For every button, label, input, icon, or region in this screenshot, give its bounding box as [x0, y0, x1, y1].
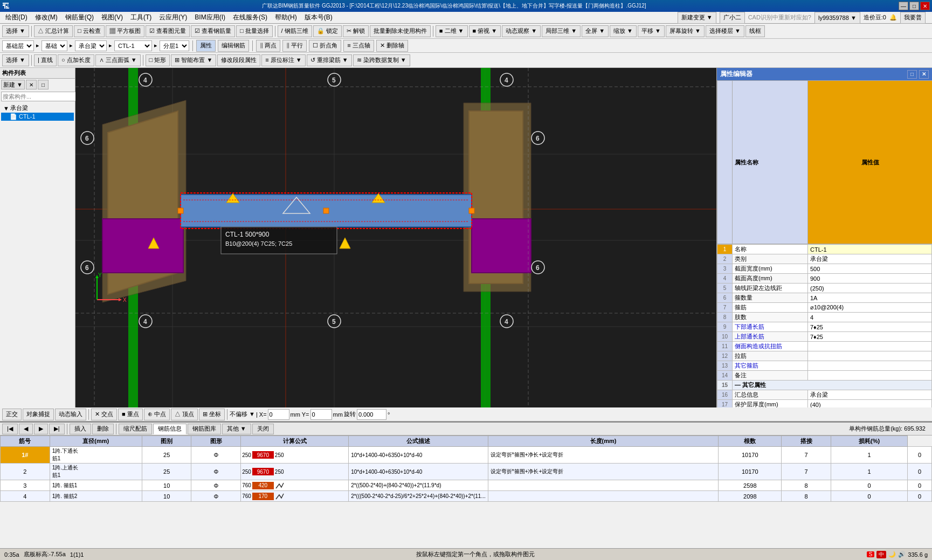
rebar-desc — [488, 480, 719, 491]
local-3d-btn[interactable]: 局部三维 ▼ — [542, 25, 581, 37]
menu-modify[interactable]: 修改(M) — [32, 12, 61, 23]
vertex-btn[interactable]: △ 顶点 — [171, 409, 198, 420]
delete-row-btn[interactable]: 删除 — [92, 424, 114, 434]
other-dropdown-btn[interactable]: 其他 ▼ — [222, 424, 251, 434]
rearrange-beam-btn[interactable]: ↺ 重排梁筋 ▼ — [307, 54, 352, 66]
floor-select-btn[interactable]: 选择楼层 ▼ — [706, 25, 744, 37]
edit-rebar-btn[interactable]: 编辑钢筋 — [218, 40, 249, 52]
nav-next-btn[interactable]: ▶ — [34, 424, 48, 434]
insert-btn[interactable]: 插入 — [70, 424, 91, 434]
zoom-btn[interactable]: 缩放 ▼ — [610, 25, 637, 37]
menu-tools[interactable]: 工具(T) — [127, 12, 155, 23]
point-len-btn[interactable]: ○ 点加长度 — [58, 54, 94, 66]
batch-select-btn[interactable]: □ 批量选择 — [236, 25, 273, 37]
dynamic-input-btn[interactable]: 动态输入 — [55, 409, 86, 420]
dynamic-view-btn[interactable]: 动态观察 ▼ — [502, 25, 541, 37]
rect-btn[interactable]: □ 矩形 — [146, 54, 170, 66]
obj-snap-btn[interactable]: 对象捕捉 — [23, 409, 54, 420]
three-arc-btn[interactable]: ∧ 三点面弧 ▼ — [95, 54, 141, 66]
total-calc-btn[interactable]: △ 汇总计算 — [34, 25, 73, 37]
scale-rebar-btn[interactable]: 缩尺配筋 — [119, 424, 152, 434]
property-scroll-area[interactable]: 1 名称 CTL-1 2 类别 承台梁 3 截面宽度(mm) 500 4 截面高… — [717, 244, 932, 407]
copy-span-btn[interactable]: ≋ 染跨数据复制 ▼ — [353, 54, 410, 66]
delete-axis-btn[interactable]: ✕ 删除轴 — [376, 40, 408, 52]
new-change-btn[interactable]: 新建变更 ▼ — [678, 12, 716, 24]
rebar-lib-btn[interactable]: 钢筋图库 — [188, 424, 221, 434]
delete-component-btn[interactable]: ✕ — [26, 80, 37, 89]
menu-version[interactable]: 版本号(B) — [301, 12, 336, 23]
search-input[interactable] — [1, 92, 79, 101]
bell-icon[interactable]: 🔔 — [889, 14, 897, 21]
sub-floor-select[interactable]: 分层1 — [160, 40, 189, 51]
corner-btn[interactable]: ☐ 折点角 — [309, 40, 341, 52]
menu-bim[interactable]: BIM应用(I) — [191, 12, 229, 23]
nav-last-btn[interactable]: ▶| — [49, 424, 65, 434]
rebar-info-btn[interactable]: 钢筋信息 — [153, 424, 187, 434]
batch-delete-btn[interactable]: 批量删除未使用构件 — [370, 25, 431, 37]
close-button[interactable]: ✕ — [920, 2, 930, 10]
menu-view[interactable]: 视图(V) — [98, 12, 126, 23]
view-qty-btn[interactable]: ☑ 查看图元量 — [146, 25, 190, 37]
midpoint-btn[interactable]: ⊕ 中点 — [144, 409, 170, 420]
intersection-btn[interactable]: ✕ 交点 — [91, 409, 117, 420]
floor-level-select[interactable]: 基础层 — [2, 40, 34, 51]
component-type-select[interactable]: 承台梁 — [75, 40, 107, 51]
svg-text:6: 6 — [536, 135, 540, 142]
menu-draw[interactable]: 绘图(D) — [2, 12, 31, 23]
parallel-btn[interactable]: ‖ 平行 — [282, 40, 307, 52]
tree-item-ctl1[interactable]: 📄 CTL-1 — [1, 113, 74, 121]
property-panel-title: 属性编辑器 — [720, 70, 752, 79]
user-btn[interactable]: ly99359788 ▼ — [814, 12, 860, 24]
main-canvas[interactable]: CTL-1 500*900 B10@200(4) 7C25; 7C25 4 5 … — [75, 68, 716, 407]
menu-cloud[interactable]: 云应用(Y) — [156, 12, 190, 23]
lock-btn[interactable]: 🔒 锁定 — [313, 25, 342, 37]
three-axis-btn[interactable]: ≡ 三点轴 — [343, 40, 374, 52]
endpoint-btn[interactable]: ■ 重点 — [118, 409, 143, 420]
fullscreen-btn[interactable]: 全屏 ▼ — [582, 25, 609, 37]
nav-first-btn[interactable]: |◀ — [2, 424, 18, 434]
select-btn[interactable]: 选择 ▼ — [2, 25, 29, 37]
draw-select-btn[interactable]: 选择 ▼ — [2, 54, 29, 66]
origin-mark-btn[interactable]: ≡ 原位标注 ▼ — [261, 54, 305, 66]
recommend-btn[interactable]: 我要普 — [900, 12, 926, 24]
screen-rotate-btn[interactable]: 屏幕旋转 ▼ — [666, 25, 705, 37]
wireframe-btn[interactable]: 线框 — [745, 25, 765, 37]
close-bottom-btn[interactable]: 关闭 — [252, 424, 274, 434]
line-btn[interactable]: | 直线 — [34, 54, 57, 66]
menu-help[interactable]: 帮助(H) — [272, 12, 300, 23]
prop-panel-close-btn[interactable]: ✕ — [919, 70, 929, 79]
orthogonal-btn[interactable]: 正交 — [2, 409, 22, 420]
rebar-3d-btn[interactable]: / 钢筋三维 — [278, 25, 312, 37]
prop-panel-resize-btn[interactable]: □ — [907, 70, 917, 79]
y-input[interactable] — [310, 409, 332, 420]
top-view-btn[interactable]: ■ 俯视 ▼ — [469, 25, 501, 37]
view-rebar-btn[interactable]: ☑ 查看钢筋量 — [191, 25, 235, 37]
property-btn[interactable]: 属性 — [196, 40, 216, 52]
area-board-btn[interactable]: ▦ 平方板图 — [106, 25, 144, 37]
maximize-button[interactable]: □ — [909, 2, 919, 10]
rotate-input[interactable] — [357, 409, 386, 420]
component-category-select[interactable]: 基础 — [42, 40, 67, 51]
2d-btn[interactable]: ■ 二维 ▼ — [436, 25, 468, 37]
copy-component-btn[interactable]: □ — [38, 80, 49, 89]
minimize-button[interactable]: — — [899, 2, 908, 10]
tree-item-bearing-beam-parent[interactable]: ▼ 承台梁 — [1, 103, 74, 113]
smart-layout-btn[interactable]: ⊞ 智能布置 ▼ — [171, 54, 216, 66]
two-point-btn[interactable]: ‖ 两点 — [256, 40, 280, 52]
component-name-select[interactable]: CTL-1 — [114, 40, 152, 51]
x-input[interactable] — [268, 409, 289, 420]
menu-rebar-qty[interactable]: 钢筋量(Q) — [62, 12, 97, 23]
unlock-btn[interactable]: ✂ 解锁 — [343, 25, 369, 37]
sougou-icon: S — [867, 551, 875, 557]
coord-btn[interactable]: ⊞ 坐标 — [199, 409, 225, 420]
menu-online[interactable]: 在线服务(S) — [230, 12, 271, 23]
nav-prev-btn[interactable]: ◀ — [19, 424, 33, 434]
pan-btn[interactable]: 平移 ▼ — [638, 25, 665, 37]
assistant-btn[interactable]: 广小二 — [720, 12, 745, 24]
cloud-check-btn[interactable]: □ 云检查 — [74, 25, 105, 37]
bottom-table-container[interactable]: 筋号 直径(mm) 图别 图形 计算公式 公式描述 长度(mm) 根数 搭接 损… — [0, 435, 932, 548]
new-component-btn[interactable]: 新建 ▼ — [1, 80, 25, 89]
tree-label-parent: 承台梁 — [10, 104, 28, 112]
modify-seg-prop-btn[interactable]: 修改段段属性 — [217, 54, 260, 66]
prop-row-name: 箍数量 — [733, 293, 808, 303]
